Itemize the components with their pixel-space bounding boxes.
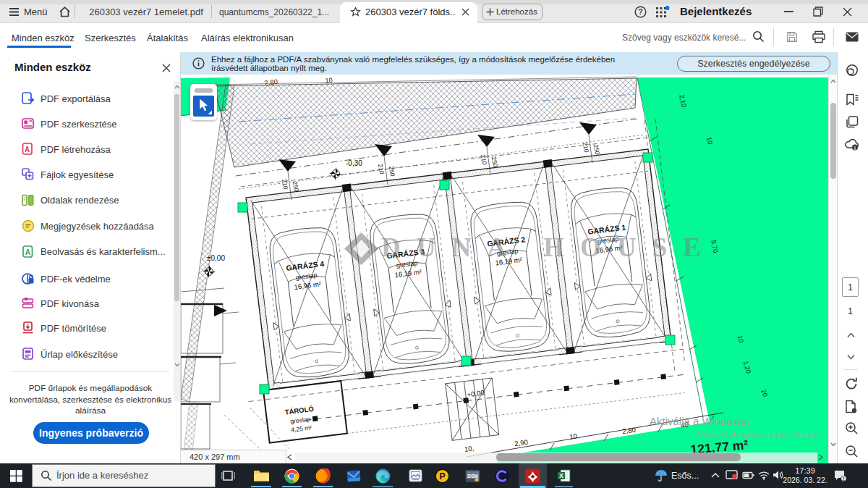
svg-text:10: 10 [569,432,578,440]
svg-text:1: 1 [843,476,846,481]
svg-text:Aktiválja a Windowst: Aktiválja a Windowst [650,415,749,427]
svg-text:A Windows aktiválásához lépjen: A Windows aktiválásához lépjen a Gépház [696,431,819,438]
svg-text:10: 10 [325,77,333,85]
svg-text:10,: 10, [464,444,475,453]
svg-text:-0,30: -0,30 [346,159,362,167]
svg-text:A: A [25,248,30,256]
svg-text:?: ? [638,7,642,16]
svg-text:2,80: 2,80 [264,77,278,87]
svg-text:±0,00: ±0,00 [207,254,225,262]
svg-text:10: 10 [705,136,714,145]
svg-text:P: P [439,471,445,481]
svg-text:DSM: DSM [467,474,477,479]
svg-text:X: X [559,472,563,479]
svg-text:A: A [25,146,30,153]
svg-text:i: i [854,146,856,151]
